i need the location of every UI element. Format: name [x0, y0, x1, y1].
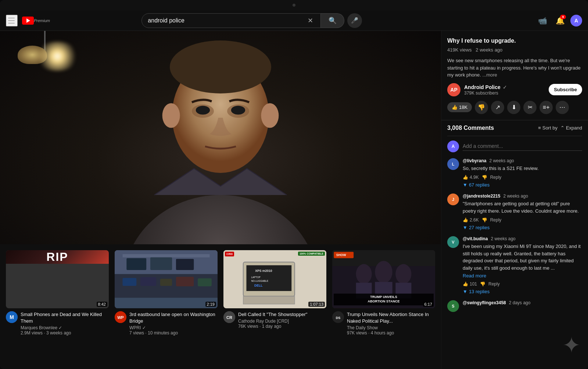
save-icon: ≡+ [543, 104, 550, 111]
menu-button[interactable] [6, 15, 18, 26]
comment-actions: 👍 101 👎 Reply [463, 281, 582, 287]
thumbs-down-icon: 👎 [478, 104, 485, 111]
list-item[interactable]: RIP 8:42 M Small Phones are Dead and We … [6, 250, 109, 336]
comment-like-button[interactable]: 👍 4.9K [463, 175, 479, 180]
header-actions: 📹 🔔 9 A [535, 13, 582, 28]
comment-username: @livbyrana [463, 158, 486, 163]
camera-bar [0, 0, 588, 10]
action-row: 👍 18K 👎 ↗ ⬇ ✂ [447, 101, 582, 114]
comment-input[interactable]: Add a comment... [463, 142, 582, 151]
svg-rect-20 [123, 254, 210, 258]
read-more-link[interactable]: Read more [463, 273, 582, 278]
video-title: Dell Called It "The Showstopper" [238, 311, 326, 318]
comment-like-count: 101 [470, 281, 477, 287]
video-background [0, 31, 441, 244]
share-icon: ↗ [495, 104, 500, 111]
svg-point-3 [170, 40, 271, 93]
more-options-button[interactable]: ⋯ [556, 101, 569, 114]
list-item[interactable]: CRD 100% COMPATIBLE XPS m2010 LAPTOP [223, 250, 326, 336]
comment-dislike-button[interactable]: 👎 [480, 281, 485, 287]
expand-label: Expand [566, 125, 582, 131]
svg-rect-23 [176, 259, 194, 270]
like-button[interactable]: 👍 18K [447, 102, 472, 112]
dislike-button[interactable]: 👎 [475, 101, 488, 114]
expand-icon: ⌃ [560, 125, 564, 131]
download-button[interactable]: ⬇ [507, 101, 520, 114]
comment-like-button[interactable]: 👍 101 [463, 281, 477, 287]
svg-rect-21 [126, 258, 146, 270]
description-more-link[interactable]: ...more [482, 72, 497, 78]
rip-thumbnail: RIP [6, 250, 109, 264]
search-button[interactable]: 🔍 [321, 13, 344, 28]
comment-time: 2 days ago [509, 300, 531, 305]
comment-header: @livbyrana 2 weeks ago [463, 158, 582, 163]
comment-content: @swingyflingex3458 2 days ago [463, 300, 582, 312]
table-row: L @livbyrana 2 weeks ago So, secretly th… [447, 158, 582, 188]
comment-content: @vit.budina 2 weeks ago I've been using … [463, 236, 582, 294]
save-button[interactable]: ≡+ [539, 101, 553, 114]
sort-icon: ≡ [538, 125, 541, 131]
video-title: 3rd eastbound lane open on Washington Br… [129, 311, 218, 324]
channel-name: The Daily Show [347, 325, 435, 330]
dell-svg: XPS m2010 LAPTOP NO-LUGGABLE DELL [223, 250, 326, 308]
trump-thumbnail: SHOW TRUMP UNVEILSABORTION STANCE [332, 250, 435, 308]
comment-text: "Smartphones are getting good at getting… [463, 200, 582, 214]
video-duration: 1:07:13 [308, 302, 325, 307]
avatar-initial: A [574, 18, 578, 24]
comment-content: @jandrestole2215 2 weeks ago "Smartphone… [463, 194, 582, 230]
table-row: S @swingyflingex3458 2 days ago [447, 300, 582, 312]
video-camera-icon: 📹 [538, 16, 547, 25]
comment-dislike-button[interactable]: 👎 [482, 217, 487, 223]
comment-dislike-button[interactable]: 👎 [482, 175, 487, 180]
video-description: We see new smartphones releasing all the… [447, 57, 582, 79]
search-input[interactable] [148, 17, 306, 24]
laptop-frame: Premium ✕ 🔍 🎤 📹 🔔 [0, 0, 588, 369]
main-content: RIP 8:42 M Small Phones are Dead and We … [0, 31, 588, 369]
svg-rect-15 [140, 277, 156, 286]
show-replies-button[interactable]: ▼ 27 replies [463, 225, 490, 230]
thumbnail-details: Dell Called It "The Showstopper" Cathode… [238, 311, 326, 329]
list-item[interactable]: SHOW TRUMP UNVEILSABORTION STANCE 6:17 D… [332, 250, 435, 336]
premium-badge: Premium [34, 18, 50, 23]
clip-button[interactable]: ✂ [523, 101, 537, 114]
svg-point-40 [395, 264, 411, 284]
user-avatar-button[interactable]: A [570, 15, 582, 26]
scissors-icon: ✂ [528, 104, 533, 111]
notifications-button[interactable]: 🔔 9 [553, 13, 567, 28]
youtube-app: Premium ✕ 🔍 🎤 📹 🔔 [0, 10, 588, 369]
create-button[interactable]: 📹 [535, 13, 550, 28]
thumbnail-info: CR Dell Called It "The Showstopper" Cath… [223, 311, 326, 329]
comment-reply-button[interactable]: Reply [490, 217, 502, 223]
verified-badge: ✓ [503, 84, 507, 90]
expand-button[interactable]: ⌃ Expand [560, 125, 582, 131]
yt-logo: Premium [22, 17, 50, 25]
comment-reply-button[interactable]: Reply [488, 281, 500, 287]
search-container: ✕ 🔍 🎤 [141, 13, 362, 28]
comment-reply-button[interactable]: Reply [490, 175, 502, 180]
search-clear-icon[interactable]: ✕ [306, 15, 315, 26]
mic-button[interactable]: 🎤 [347, 13, 362, 28]
thumbnail-details: Small Phones are Dead and We Killed Them… [21, 311, 109, 336]
video-player[interactable] [0, 31, 441, 244]
channel-name: Marques Brownlee ✓ [21, 325, 109, 330]
comment-like-button[interactable]: 👍 2.6K [463, 217, 479, 223]
svg-rect-22 [150, 258, 172, 270]
sort-button[interactable]: ≡ Sort by [538, 125, 557, 131]
thumbnail-image: SHOW TRUMP UNVEILSABORTION STANCE 6:17 [332, 250, 435, 308]
list-item[interactable]: 2:19 WP 3rd eastbound lane open on Washi… [115, 250, 218, 336]
channel-icon: WP [115, 311, 126, 323]
subscribe-button[interactable]: Subscribe [549, 84, 582, 95]
share-button[interactable]: ↗ [491, 101, 504, 114]
svg-point-5 [261, 103, 279, 128]
comment-header: @jandrestole2215 2 weeks ago [463, 194, 582, 199]
show-replies-button[interactable]: ▼ 13 replies [463, 289, 490, 294]
comment-like-count: 4.9K [470, 175, 479, 180]
video-title: Small Phones are Dead and We Killed Them [21, 311, 109, 324]
svg-text:SHOW: SHOW [336, 253, 347, 257]
comment-time: 2 weeks ago [489, 158, 514, 163]
show-replies-button[interactable]: ▼ 67 replies [463, 182, 490, 188]
reply-count: 67 replies [469, 182, 490, 188]
sort-label: Sort by [542, 125, 557, 131]
dell-thumbnail: CRD 100% COMPATIBLE XPS m2010 LAPTOP [223, 250, 326, 308]
video-meta: 76K views · 1 day ago [238, 324, 326, 329]
